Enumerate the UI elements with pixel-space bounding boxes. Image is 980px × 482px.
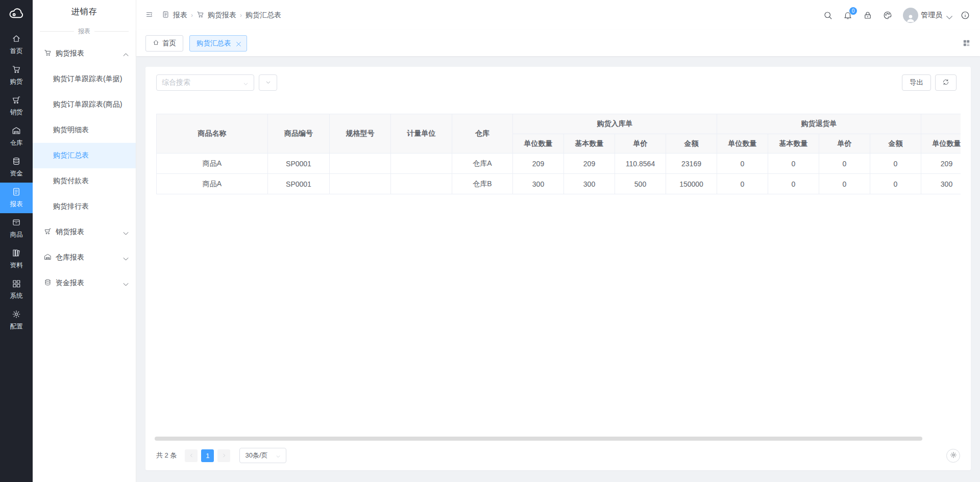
report-icon [12, 187, 21, 198]
menu-group-sales-reports[interactable]: 销货报表 [33, 219, 136, 245]
column-header: 仓库 [452, 114, 513, 154]
chevron-down-icon [243, 80, 249, 86]
column-header: 金额 [870, 134, 921, 154]
menu-item-purchase-payment[interactable]: 购货付款表 [33, 168, 136, 194]
cloud-logo-icon [9, 7, 24, 23]
page-number-current[interactable]: 1 [201, 449, 214, 462]
rail-item-reports[interactable]: 报表 [0, 183, 33, 213]
purchase-cart-icon [12, 65, 21, 75]
config-icon [12, 310, 21, 320]
column-header: 金额 [666, 134, 717, 154]
rail-item-data[interactable]: 资料 [0, 244, 33, 274]
chevron-down-icon [945, 13, 950, 18]
rail-item-label: 商品 [10, 231, 23, 239]
scrollbar-thumb[interactable] [155, 437, 922, 441]
menu-group-warehouse-reports[interactable]: 仓库报表 [33, 245, 136, 270]
column-header: 单位数量 [513, 134, 564, 154]
search-input[interactable]: 综合搜索 [156, 74, 254, 91]
breadcrumb-separator: › [191, 12, 193, 19]
rail-item-label: 仓库 [10, 139, 23, 147]
chevron-down-icon [122, 230, 128, 235]
avatar [903, 8, 918, 23]
page-size-select[interactable]: 30条/页 [239, 448, 286, 463]
data-icon [12, 248, 21, 259]
main-area: 报表 › 购货报表 › 购货汇总表 0 管理员 [136, 0, 980, 482]
info-icon[interactable] [961, 11, 970, 20]
notification-badge: 0 [849, 7, 857, 15]
column-header: 商品编号 [268, 114, 330, 154]
goods-icon [12, 218, 21, 229]
rail-item-goods[interactable]: 商品 [0, 213, 33, 244]
rail-item-purchase[interactable]: 购货 [0, 60, 33, 91]
notifications-button[interactable]: 0 [843, 11, 852, 20]
column-header: 单价 [615, 134, 666, 154]
username: 管理员 [921, 11, 942, 20]
table-empty-space [145, 194, 971, 437]
icon-rail: 首页 购货 销货 仓库 资金 报表 商品 资料 [0, 0, 33, 482]
collapse-sidebar-icon[interactable] [145, 11, 153, 20]
rail-item-label: 报表 [10, 200, 23, 209]
rail-item-system[interactable]: 系统 [0, 274, 33, 305]
summary-table: 商品名称 商品编号 规格型号 计量单位 仓库 购货入库单 购货退货单 单位数量 [156, 114, 961, 194]
home-icon [153, 39, 159, 47]
chevron-down-icon [276, 453, 281, 458]
rail-item-label: 配置 [10, 322, 23, 331]
rail-item-warehouse[interactable]: 仓库 [0, 121, 33, 152]
sidebar-menu: 购货报表 购货订单跟踪表(单据) 购货订单跟踪表(商品) 购货明细表 购货汇总表… [33, 41, 136, 296]
content-area: 综合搜索 导出 [136, 56, 980, 482]
menu-group-purchase-reports[interactable]: 购货报表 [33, 41, 136, 66]
rail-item-home[interactable]: 首页 [0, 30, 33, 60]
app-root: 首页 购货 销货 仓库 资金 报表 商品 资料 [0, 0, 980, 482]
report-icon [162, 11, 169, 20]
column-header: 单价 [819, 134, 870, 154]
tab-list-icon[interactable] [962, 39, 971, 47]
theme-palette-icon[interactable] [883, 11, 892, 20]
app-title: 进销存 [33, 0, 136, 23]
rail-item-sales[interactable]: 销货 [0, 91, 33, 121]
header-actions: 0 管理员 [823, 8, 970, 23]
search-placeholder: 综合搜索 [162, 78, 190, 87]
lock-icon[interactable] [863, 11, 872, 20]
menu-item-purchase-ranking[interactable]: 购货排行表 [33, 194, 136, 219]
system-icon [12, 279, 21, 290]
refresh-button[interactable] [935, 74, 957, 91]
funds-icon [12, 157, 21, 167]
toolbar: 综合搜索 导出 [145, 67, 971, 91]
sales-cart-icon [44, 227, 56, 237]
export-button[interactable]: 导出 [902, 74, 931, 91]
total-count: 共 2 条 [156, 451, 177, 460]
column-header: 单位数量 [717, 134, 768, 154]
search-options-toggle[interactable] [259, 74, 277, 91]
column-header: 单位数量 [921, 134, 961, 154]
breadcrumb-separator: › [240, 12, 242, 19]
menu-item-purchase-detail[interactable]: 购货明细表 [33, 117, 136, 143]
breadcrumb-item[interactable]: 报表 [173, 11, 187, 20]
search-icon[interactable] [823, 11, 832, 20]
column-header: 基本数量 [768, 134, 819, 154]
purchase-cart-icon [197, 11, 204, 20]
app-logo[interactable] [0, 0, 33, 30]
column-settings-button[interactable] [946, 449, 960, 463]
breadcrumb-item[interactable]: 购货报表 [208, 11, 236, 20]
menu-group-funds-reports[interactable]: 资金报表 [33, 270, 136, 296]
menu-item-purchase-order-tracking-goods[interactable]: 购货订单跟踪表(商品) [33, 92, 136, 117]
user-menu[interactable]: 管理员 [903, 8, 950, 23]
close-icon[interactable] [235, 41, 240, 45]
menu-item-purchase-order-tracking-doc[interactable]: 购货订单跟踪表(单据) [33, 66, 136, 92]
tab-purchase-summary[interactable]: 购货汇总表 [189, 35, 247, 52]
funds-icon [44, 278, 56, 288]
report-card: 综合搜索 导出 [145, 67, 971, 470]
group-header-inbound: 购货入库单 [513, 114, 717, 134]
menu-item-purchase-summary[interactable]: 购货汇总表 [33, 143, 136, 168]
group-header-partial [921, 114, 961, 134]
prev-page-button[interactable] [185, 449, 198, 462]
next-page-button[interactable] [217, 449, 230, 462]
chevron-down-icon [265, 79, 271, 87]
tab-home[interactable]: 首页 [145, 35, 183, 52]
rail-item-funds[interactable]: 资金 [0, 152, 33, 183]
rail-item-config[interactable]: 配置 [0, 305, 33, 336]
gear-icon [950, 451, 957, 460]
sales-cart-icon [12, 95, 21, 106]
chevron-up-icon [122, 51, 128, 57]
warehouse-icon [44, 253, 56, 262]
